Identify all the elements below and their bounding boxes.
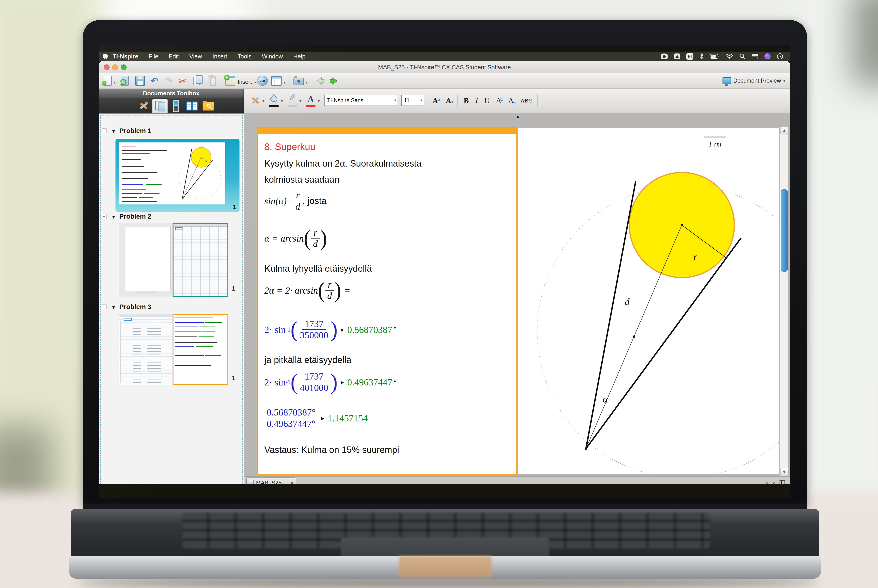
- increase-font-button[interactable]: A ▲: [429, 94, 441, 108]
- input-language-icon[interactable]: FI: [686, 53, 693, 60]
- paste-icon[interactable]: [206, 75, 218, 87]
- document-tools-dropdown-icon[interactable]: ▾: [263, 99, 264, 104]
- strikethrough-button[interactable]: ABC: [518, 94, 534, 108]
- toolbar-collapse-arrow-icon[interactable]: ▲: [516, 114, 520, 119]
- tab-handheld[interactable]: [168, 99, 184, 113]
- close-window-button[interactable]: [104, 64, 110, 70]
- document-tools-icon[interactable]: [249, 94, 261, 108]
- tab-page-sorter[interactable]: [152, 99, 168, 113]
- note-line-1: Kysytty kulma on 2α. Suorakulmaisesta: [264, 159, 422, 169]
- italic-button[interactable]: I: [472, 94, 482, 108]
- problem-3-label: Problem 3: [119, 303, 151, 310]
- problem-2-label: Problem 2: [119, 213, 151, 220]
- display-mirroring-icon[interactable]: [752, 53, 758, 59]
- menu-item-tools[interactable]: Tools: [238, 53, 251, 60]
- screenshot-dropdown-icon[interactable]: ▾: [305, 80, 308, 85]
- line-color-icon[interactable]: [286, 94, 299, 108]
- documents-toolbox-header: Documents Toolbox: [99, 89, 244, 98]
- fill-color-dropdown-icon[interactable]: ▾: [281, 99, 283, 104]
- menu-item-view[interactable]: View: [189, 53, 202, 60]
- battery-icon[interactable]: [710, 54, 719, 59]
- desktop-wallpaper-strip: [99, 484, 790, 498]
- control-center-clock-icon[interactable]: [777, 53, 783, 60]
- spotlight-search-icon[interactable]: [739, 53, 746, 59]
- insert-button-label[interactable]: Insert: [238, 78, 252, 85]
- notes-pane[interactable]: 8. Superkuu Kysytty kulma on 2α. Suoraku…: [257, 127, 517, 475]
- note-line-4: ja pitkällä etäisyydellä: [264, 355, 351, 365]
- font-size-select[interactable]: 11 ▾: [401, 95, 424, 106]
- insert-page-icon[interactable]: +: [225, 75, 236, 87]
- problem-3-page-number: 1: [232, 374, 235, 382]
- tab-document-tools[interactable]: [136, 99, 152, 113]
- camera-status-icon[interactable]: [661, 53, 668, 59]
- document-preview-control[interactable]: Document Preview ▾: [722, 77, 785, 84]
- menu-item-insert[interactable]: Insert: [213, 53, 227, 60]
- menu-item-edit[interactable]: Edit: [169, 53, 179, 60]
- geometry-pane[interactable]: 1 cm d r: [518, 128, 779, 474]
- problem-3-thumbnail[interactable]: 1: [119, 314, 228, 385]
- cut-icon[interactable]: ✂: [179, 75, 190, 87]
- menu-item-window[interactable]: Window: [262, 53, 283, 60]
- problem-2-thumbnail[interactable]: 1: [119, 223, 228, 297]
- siri-icon[interactable]: [764, 53, 771, 59]
- disclosure-triangle-icon[interactable]: ▼: [111, 214, 116, 220]
- table-icon[interactable]: [271, 75, 282, 87]
- airdrop-status-icon[interactable]: [674, 53, 680, 59]
- decrease-font-button[interactable]: A ▼: [442, 94, 455, 108]
- text-color-dropdown-icon[interactable]: ▾: [318, 99, 320, 104]
- insert-dropdown-icon[interactable]: ▾: [254, 80, 256, 85]
- wifi-icon[interactable]: [726, 54, 733, 59]
- tab-content-explorer[interactable]: [185, 99, 200, 113]
- text-color-icon[interactable]: A: [305, 94, 317, 108]
- tab-utilities-search[interactable]: [201, 99, 216, 113]
- line-color-dropdown-icon[interactable]: ▾: [299, 99, 302, 104]
- font-family-select[interactable]: TI-Nspire Sans ▾: [324, 95, 398, 106]
- apple-menu-icon[interactable]: [102, 52, 108, 61]
- page-sorter-panel: − ▼ Problem 1: [99, 113, 244, 488]
- angle-label: α: [603, 394, 608, 405]
- underline-button[interactable]: U: [482, 94, 492, 108]
- back-icon[interactable]: [315, 75, 326, 87]
- problem-1-thumbnail[interactable]: 1: [116, 139, 240, 212]
- document-scrollbar[interactable]: ▲ ▼: [780, 126, 788, 476]
- note-line-3: Kulma lyhyellä etäisyydellä: [264, 264, 372, 274]
- collapse-box-icon[interactable]: −: [102, 129, 107, 133]
- problem-3-header[interactable]: − ▼ Problem 3: [99, 303, 244, 312]
- disclosure-triangle-icon[interactable]: ▼: [111, 129, 116, 134]
- scrollbar-thumb[interactable]: [781, 189, 788, 272]
- new-document-icon[interactable]: +: [102, 75, 113, 87]
- bluetooth-icon[interactable]: [699, 53, 704, 60]
- collapse-box-icon[interactable]: −: [102, 304, 107, 309]
- zoom-window-button[interactable]: [121, 64, 127, 70]
- problem-2-header[interactable]: − ▼ Problem 2: [99, 213, 244, 221]
- superscript-button[interactable]: A◻: [493, 94, 504, 108]
- new-document-dropdown-icon[interactable]: ▾: [114, 80, 116, 85]
- menu-item-ti-nspire[interactable]: TI-Nspire: [113, 53, 138, 60]
- var-button[interactable]: var: [257, 76, 268, 86]
- scroll-up-button[interactable]: ▲: [780, 126, 788, 134]
- screenshot-icon[interactable]: [293, 75, 304, 87]
- distance-midpoint[interactable]: [633, 336, 635, 338]
- menu-item-help[interactable]: Help: [293, 53, 305, 60]
- fill-color-icon[interactable]: [268, 94, 280, 108]
- disclosure-triangle-icon[interactable]: ▼: [111, 305, 116, 310]
- open-document-icon[interactable]: [119, 75, 131, 87]
- tangent-line-left[interactable]: [586, 181, 636, 448]
- forward-icon[interactable]: [328, 75, 339, 87]
- collapse-box-icon[interactable]: −: [102, 214, 107, 219]
- redo-icon[interactable]: ↷: [165, 75, 176, 87]
- bold-button[interactable]: B: [461, 94, 471, 108]
- copy-icon[interactable]: [193, 75, 204, 87]
- minimize-window-button[interactable]: [112, 64, 118, 70]
- vertex-point[interactable]: [585, 447, 587, 450]
- table-dropdown-icon[interactable]: ▾: [284, 80, 286, 85]
- save-icon[interactable]: [134, 75, 146, 87]
- undo-icon[interactable]: ↶: [150, 75, 162, 87]
- tangent-point[interactable]: [725, 257, 727, 259]
- window-title-bar[interactable]: MAB_S25 - TI-Nspire™ CX CAS Student Soft…: [99, 61, 790, 74]
- subscript-button[interactable]: A◻: [505, 94, 516, 108]
- problem-1-header[interactable]: − ▼ Problem 1: [99, 127, 244, 136]
- moon-center-point[interactable]: [681, 224, 683, 226]
- menu-item-file[interactable]: File: [149, 53, 158, 60]
- scroll-down-button[interactable]: ▼: [780, 468, 788, 476]
